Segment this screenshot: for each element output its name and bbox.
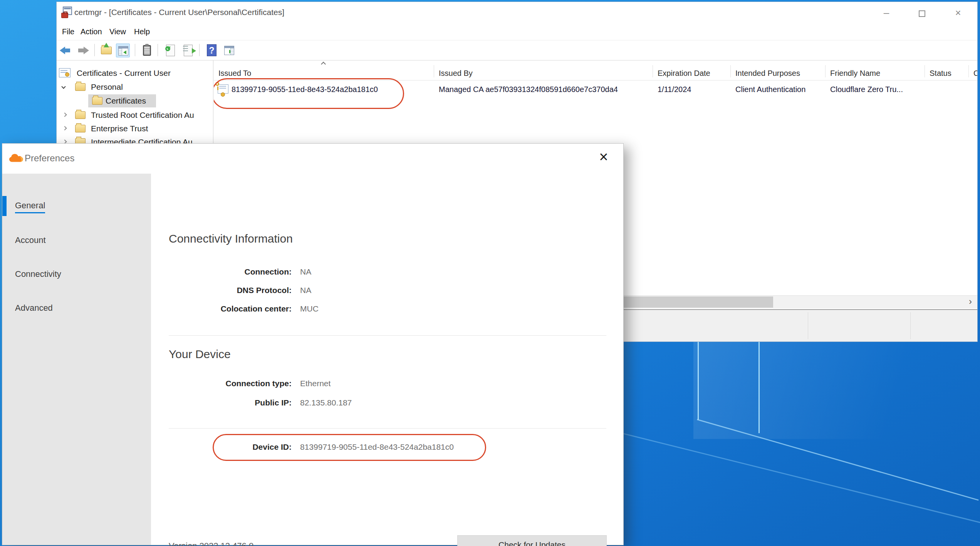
chevron-down-icon[interactable] bbox=[61, 84, 65, 89]
wallpaper-line bbox=[758, 339, 760, 433]
column-friendly-name[interactable]: Friendly Name bbox=[826, 60, 925, 80]
column-status[interactable]: Status bbox=[925, 60, 969, 80]
menu-help[interactable]: Help bbox=[132, 27, 152, 37]
wallpaper-line bbox=[616, 431, 980, 524]
field-value: Ethernet bbox=[300, 379, 331, 388]
clipboard-icon[interactable] bbox=[140, 44, 154, 57]
check-for-updates-button[interactable]: Check for Updates bbox=[457, 535, 607, 546]
preferences-sidebar: General Account Connectivity Advanced bbox=[2, 174, 151, 545]
sidebar-item-advanced[interactable]: Advanced bbox=[2, 298, 151, 318]
divider bbox=[169, 335, 606, 336]
folder-icon bbox=[75, 111, 86, 119]
folder-icon bbox=[75, 125, 86, 132]
maximize-icon bbox=[919, 10, 925, 17]
column-issued-by[interactable]: Issued By bbox=[434, 60, 653, 80]
cell-issued-to: 81399719-9055-11ed-8e43-524a2ba181c0 bbox=[232, 85, 432, 94]
certificate-store-icon bbox=[59, 68, 70, 77]
cell-intended-purposes: Client Authentication bbox=[735, 85, 828, 94]
close-button[interactable]: × bbox=[950, 6, 967, 20]
field-label: DNS Protocol: bbox=[174, 286, 292, 295]
certmgr-app-icon bbox=[61, 7, 73, 18]
field-value: NA bbox=[300, 267, 311, 276]
version-text: Version 2022.12.476.0 bbox=[169, 541, 253, 546]
folder-icon bbox=[75, 83, 86, 91]
toolbar: ? bbox=[57, 40, 977, 60]
menu-view[interactable]: View bbox=[107, 27, 128, 37]
sidebar-item-connectivity[interactable]: Connectivity bbox=[2, 265, 151, 285]
maximize-button[interactable] bbox=[913, 6, 930, 20]
field-label: Public IP: bbox=[174, 398, 292, 407]
chevron-right-icon[interactable] bbox=[62, 126, 67, 130]
preferences-content: Connectivity Information Connection: NA … bbox=[151, 174, 623, 545]
forward-icon[interactable] bbox=[76, 44, 90, 57]
preferences-header: Preferences × bbox=[2, 144, 623, 174]
section-heading-connectivity: Connectivity Information bbox=[169, 232, 293, 245]
certmgr-titlebar[interactable]: certmgr - [Certificates - Current User\P… bbox=[57, 2, 977, 23]
desktop: certmgr - [Certificates - Current User\P… bbox=[0, 0, 980, 546]
cloudflare-logo-icon bbox=[8, 154, 23, 163]
field-value: 82.135.80.187 bbox=[300, 398, 352, 407]
menu-file[interactable]: File bbox=[60, 27, 77, 37]
tree-item-label: Certificates bbox=[106, 96, 146, 106]
minimize-button[interactable]: – bbox=[878, 6, 895, 20]
field-label: Connection type: bbox=[174, 379, 292, 388]
folder-icon bbox=[92, 97, 102, 105]
export-folder-icon[interactable] bbox=[100, 44, 114, 57]
help-icon[interactable]: ? bbox=[205, 44, 218, 57]
tree-item-label: Certificates - Current User bbox=[77, 69, 171, 78]
wallpaper-line bbox=[698, 339, 699, 420]
section-heading-your-device: Your Device bbox=[169, 348, 231, 361]
menu-bar: File Action View Help bbox=[57, 23, 977, 40]
dialog-title: Preferences bbox=[25, 153, 74, 164]
column-intended-purposes[interactable]: Intended Purposes bbox=[731, 60, 826, 80]
cell-expiration-date: 1/11/2024 bbox=[658, 85, 733, 94]
divider bbox=[169, 428, 606, 429]
column-expiration-date[interactable]: Expiration Date bbox=[653, 60, 731, 80]
export-list-icon[interactable] bbox=[181, 44, 195, 57]
tree-item-label: Trusted Root Certification Au bbox=[91, 111, 194, 120]
field-value: NA bbox=[300, 286, 311, 295]
column-certificate[interactable]: Ce bbox=[969, 60, 977, 80]
cell-friendly-name: Cloudflare Zero Tru... bbox=[830, 85, 926, 94]
column-issued-to[interactable]: Issued To bbox=[214, 60, 434, 80]
new-window-icon[interactable] bbox=[222, 44, 236, 57]
certificate-key-icon bbox=[215, 83, 230, 96]
sidebar-item-general[interactable]: General bbox=[2, 196, 151, 216]
scrollbar-right-arrow-icon[interactable]: › bbox=[965, 296, 976, 308]
tree-item-label: Enterprise Trust bbox=[91, 124, 148, 133]
back-icon[interactable] bbox=[59, 44, 73, 57]
menu-action[interactable]: Action bbox=[78, 27, 104, 37]
wallpaper-pane bbox=[693, 339, 980, 439]
field-label: Colocation center: bbox=[174, 304, 292, 313]
preferences-dialog: Preferences × General Account Connectivi… bbox=[2, 143, 624, 545]
field-value: MUC bbox=[300, 304, 319, 313]
field-label: Connection: bbox=[174, 267, 292, 276]
certificate-row[interactable]: 81399719-9055-11ed-8e43-524a2ba181c0 Man… bbox=[214, 82, 977, 98]
dialog-close-icon[interactable]: × bbox=[595, 148, 612, 166]
sort-asc-icon bbox=[321, 62, 326, 67]
console-tree-toggle-icon[interactable] bbox=[116, 44, 130, 57]
list-header: Issued To Issued By Expiration Date Inte… bbox=[214, 60, 977, 80]
refresh-icon[interactable] bbox=[164, 44, 178, 57]
field-value: 81399719-9055-11ed-8e43-524a2ba181c0 bbox=[300, 442, 454, 452]
field-label: Device ID: bbox=[174, 442, 292, 452]
cell-issued-by: Managed CA ae57f03931324f08591d660e7c370… bbox=[439, 85, 654, 94]
window-title: certmgr - [Certificates - Current User\P… bbox=[74, 8, 284, 17]
sidebar-item-account[interactable]: Account bbox=[2, 231, 151, 251]
chevron-right-icon[interactable] bbox=[62, 112, 67, 117]
tree-item-label: Personal bbox=[91, 82, 123, 92]
